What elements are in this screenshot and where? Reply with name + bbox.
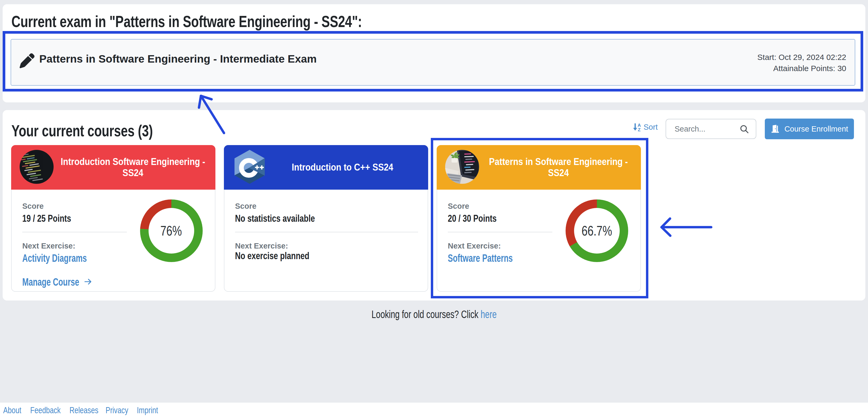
svg-text:Z: Z xyxy=(638,127,641,132)
